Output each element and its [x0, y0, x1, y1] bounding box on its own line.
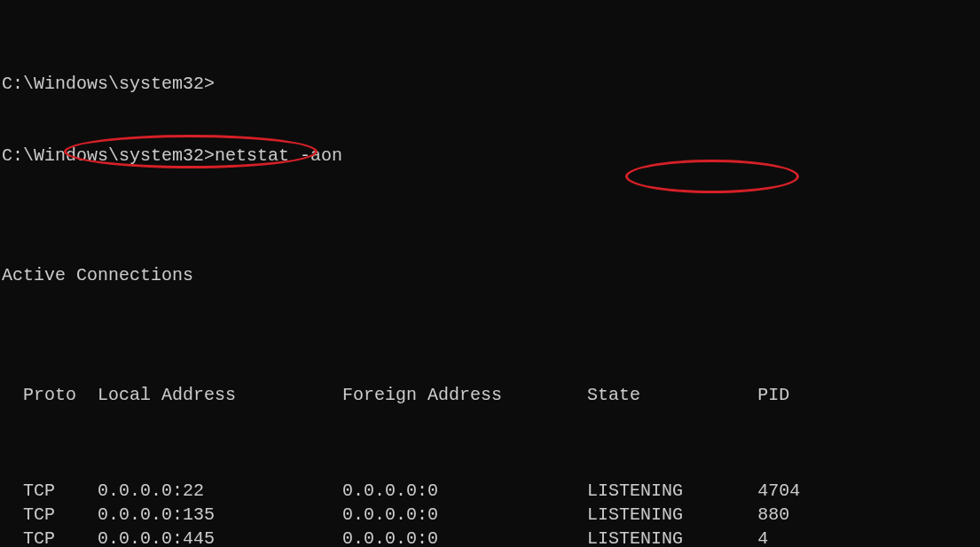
- section-header: Active Connections: [0, 263, 980, 287]
- terminal-window[interactable]: C:\Windows\system32> C:\Windows\system32…: [0, 0, 980, 547]
- prompt-line-command: C:\Windows\system32>netstat -aon: [0, 144, 980, 168]
- table-row: TCP 0.0.0.0:135 0.0.0.0:0 LISTENING 880: [0, 503, 980, 527]
- prompt-line-empty: C:\Windows\system32>: [0, 72, 980, 96]
- table-row: TCP 0.0.0.0:22 0.0.0.0:0 LISTENING 4704: [0, 479, 980, 503]
- columns-header: Proto Local Address Foreign Address Stat…: [0, 383, 980, 407]
- table-row: TCP 0.0.0.0:445 0.0.0.0:0 LISTENING 4: [0, 527, 980, 547]
